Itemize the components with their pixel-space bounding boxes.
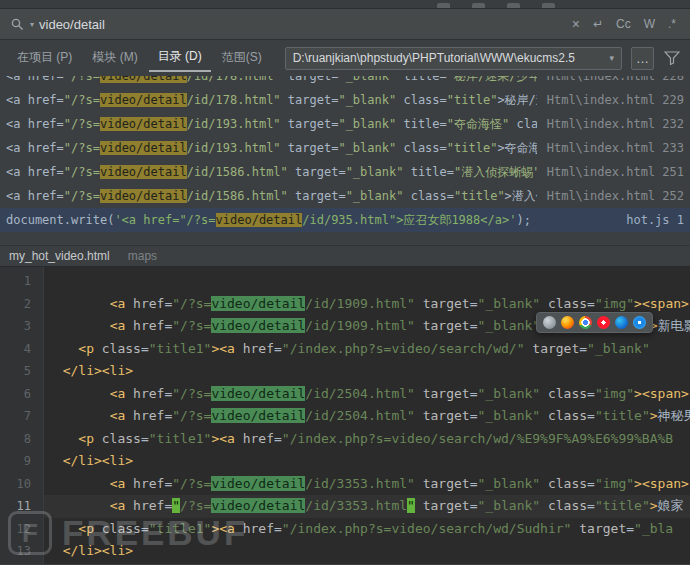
line-number: 3	[0, 315, 43, 338]
result-match-text: <a href="/?s=video/detail/id/1586.html" …	[6, 188, 537, 205]
editor-gutter: 12345678910111213	[0, 267, 44, 564]
search-input[interactable]	[39, 17, 567, 32]
directory-combobox[interactable]: D:\ruanjkian\phpstudy\PHPTutorial\WWW\ek…	[285, 47, 622, 70]
search-result-row[interactable]: <a href="/?s=video/detail/id/178.html" t…	[0, 88, 690, 112]
scope-tab-1[interactable]: 模块 (M)	[83, 45, 146, 71]
line-number: 11	[0, 495, 43, 518]
line-number: 2	[0, 293, 43, 316]
regex-toggle[interactable]: .*	[668, 17, 676, 31]
newline-icon[interactable]: ↵	[593, 17, 603, 31]
code-line[interactable]: </li><li>	[44, 540, 690, 563]
preview-tab-bar: my_hot_video.html maps	[0, 245, 690, 267]
find-in-files-popup: ▾ × ↵ Cc W .* 在项目 (P)模块 (M)目录 (D)范围(S) D…	[0, 0, 690, 565]
code-line[interactable]	[44, 270, 690, 293]
result-match-text: <a href="/?s=video/detail/id/193.html" t…	[6, 116, 537, 133]
result-match-text: <a href="/?s=video/detail/id/178.html" t…	[6, 92, 537, 109]
result-match-text: <a href="/?s=video/detail/id/1586.html" …	[6, 164, 537, 181]
toolbar-icon[interactable]	[472, 3, 485, 8]
result-match-text: <a href="/?s=video/detail/id/193.html" t…	[6, 140, 537, 157]
code-line[interactable]: <a href="/?s=video/detail/id/2504.html" …	[44, 405, 690, 428]
chevron-down-icon[interactable]: ▾	[610, 53, 615, 63]
line-number: 6	[0, 383, 43, 406]
line-number: 8	[0, 428, 43, 451]
scope-bar: 在项目 (P)模块 (M)目录 (D)范围(S) D:\ruanjkian\ph…	[0, 40, 690, 76]
code-line[interactable]: </li><li>	[44, 450, 690, 473]
directory-path: D:\ruanjkian\phpstudy\PHPTutorial\WWW\ek…	[293, 51, 604, 65]
code-line[interactable]: <a href="/?s=video/detail/id/2504.html" …	[44, 383, 690, 406]
search-icon	[10, 17, 25, 32]
line-number: 4	[0, 338, 43, 361]
search-history-arrow-icon[interactable]: ▾	[30, 20, 34, 29]
result-file-label: hot.js 1	[616, 213, 684, 227]
opera-icon[interactable]	[597, 316, 610, 329]
preview-module-label: maps	[128, 249, 157, 263]
scope-tab-2[interactable]: 目录 (D)	[149, 44, 211, 72]
toolbar-icon[interactable]	[437, 3, 450, 8]
code-line[interactable]: <p class="title1"><a href="/index.php?s=…	[44, 338, 690, 361]
scope-tab-0[interactable]: 在项目 (P)	[8, 45, 81, 71]
open-in-browser-popup	[536, 312, 653, 333]
toolbar-icon[interactable]	[507, 3, 520, 8]
code-line[interactable]: <a href="/?s=video/detail/id/3353.html" …	[44, 473, 690, 496]
result-file-label: Html\index.html 228	[537, 76, 684, 83]
line-number: 5	[0, 360, 43, 383]
result-file-label: Html\index.html 252	[537, 189, 684, 203]
main-toolbar-strip	[0, 0, 690, 9]
search-result-row[interactable]: <a href="/?s=video/detail/id/1586.html" …	[0, 160, 690, 184]
result-file-label: Html\index.html 251	[537, 165, 684, 179]
code-preview-editor[interactable]: 12345678910111213 <a href="/?s=video/det…	[0, 267, 690, 564]
toolbar-icon[interactable]	[542, 3, 555, 8]
scope-tab-3[interactable]: 范围(S)	[213, 45, 271, 71]
search-bar: ▾ × ↵ Cc W .*	[0, 9, 690, 40]
result-match-text: <a href="/?s=video/detail/id/178.html" t…	[6, 76, 537, 85]
code-line[interactable]: <a href="/?s=video/detail/id/3353.html" …	[44, 495, 690, 518]
words-toggle[interactable]: W	[644, 17, 655, 31]
line-number: 7	[0, 405, 43, 428]
line-number: 10	[0, 473, 43, 496]
search-result-row[interactable]: <a href="/?s=video/detail/id/193.html" t…	[0, 112, 690, 136]
result-match-text: document.write('<a href="/?s=video/detai…	[6, 212, 616, 229]
result-file-label: Html\index.html 232	[537, 117, 684, 131]
browse-directory-button[interactable]: …	[631, 47, 654, 70]
search-result-row[interactable]: <a href="/?s=video/detail/id/178.html" t…	[0, 76, 690, 88]
line-number: 12	[0, 518, 43, 541]
search-result-row[interactable]: <a href="/?s=video/detail/id/1586.html" …	[0, 184, 690, 208]
line-number: 9	[0, 450, 43, 473]
search-result-row[interactable]: <a href="/?s=video/detail/id/193.html" t…	[0, 136, 690, 160]
match-case-toggle[interactable]: Cc	[616, 17, 631, 31]
clear-search-icon[interactable]: ×	[572, 16, 580, 32]
search-results-panel: <a href="/?s=video/detail/id/178.html" t…	[0, 76, 690, 245]
result-file-label: Html\index.html 233	[537, 141, 684, 155]
safari-icon[interactable]	[633, 316, 646, 329]
code-line[interactable]: <p class="title1"><a href="/index.php?s=…	[44, 428, 690, 451]
line-number: 1	[0, 270, 43, 293]
search-result-row[interactable]: document.write('<a href="/?s=video/detai…	[0, 208, 690, 232]
code-line[interactable]: </li><li>	[44, 360, 690, 383]
edge-icon[interactable]	[615, 316, 628, 329]
line-number: 13	[0, 540, 43, 563]
file-mask-filter-icon[interactable]	[663, 47, 682, 69]
preview-file-name[interactable]: my_hot_video.html	[9, 249, 110, 263]
chrome-icon[interactable]	[579, 316, 592, 329]
result-file-label: Html\index.html 229	[537, 93, 684, 107]
code-line[interactable]: <p class="title1"><a href="/index.php?s=…	[44, 518, 690, 541]
firefox-icon[interactable]	[561, 316, 574, 329]
built-in-browser-icon[interactable]	[543, 316, 556, 329]
